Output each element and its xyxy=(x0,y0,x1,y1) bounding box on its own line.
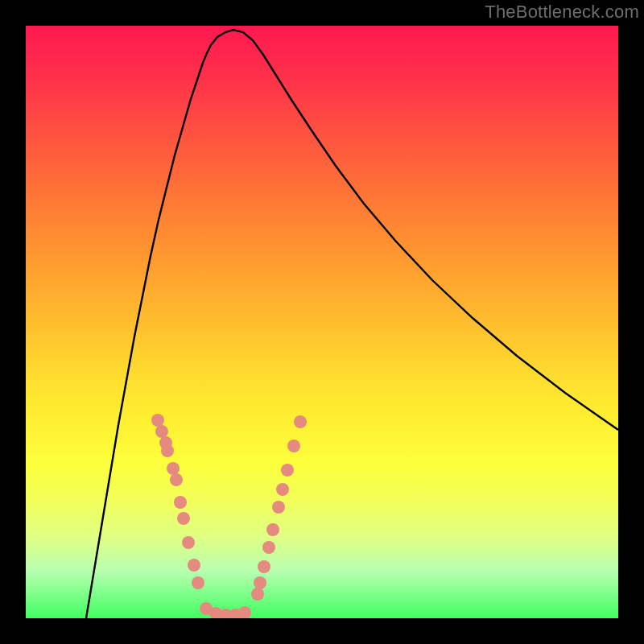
data-dot xyxy=(151,414,164,427)
data-dot xyxy=(188,559,200,572)
chart-svg xyxy=(26,26,618,618)
data-dot xyxy=(182,536,195,549)
data-dot xyxy=(272,501,285,514)
bottleneck-curve xyxy=(86,30,618,618)
data-dot xyxy=(174,496,187,509)
data-dot xyxy=(262,541,275,554)
watermark-text: TheBottleneck.com xyxy=(485,2,639,23)
data-dot xyxy=(266,523,279,536)
data-dot xyxy=(276,483,289,496)
chart-frame: TheBottleneck.com xyxy=(0,0,644,644)
data-dots xyxy=(151,414,307,618)
data-dot xyxy=(167,462,180,475)
data-dot xyxy=(155,425,168,438)
data-dot xyxy=(294,415,307,428)
data-dot xyxy=(281,464,294,477)
data-dot xyxy=(238,606,251,618)
data-dot xyxy=(254,576,266,589)
data-dot xyxy=(177,512,190,525)
data-dot xyxy=(170,473,183,486)
data-dot xyxy=(287,440,300,452)
data-dot xyxy=(258,560,270,573)
data-dot xyxy=(192,576,204,589)
data-dot xyxy=(251,588,264,601)
data-dot xyxy=(161,444,174,457)
